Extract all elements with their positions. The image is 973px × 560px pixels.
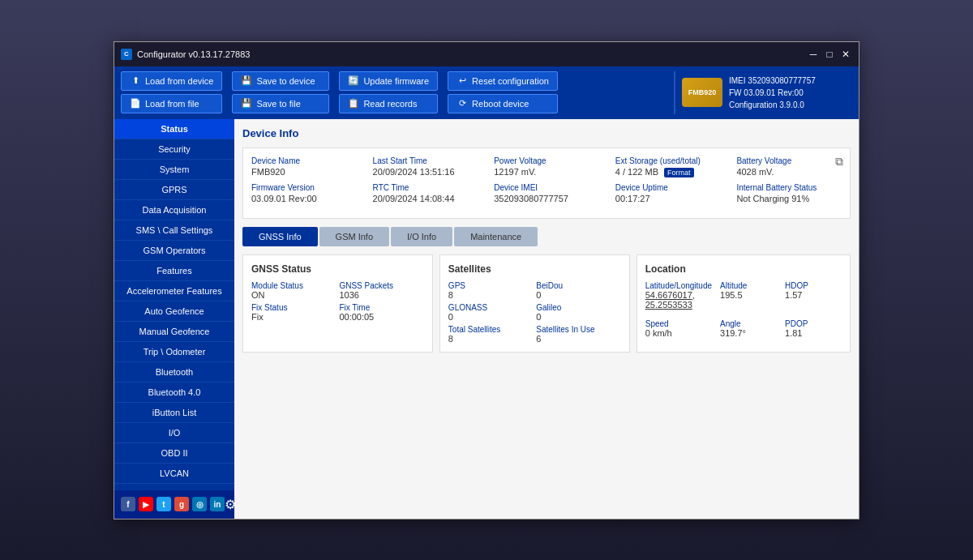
- sidebar-item-status[interactable]: Status: [114, 119, 234, 139]
- sat-in-use: Satellites In Use 6: [536, 325, 620, 344]
- sidebar-item-obd[interactable]: OBD II: [114, 443, 234, 464]
- googleplus-icon[interactable]: g: [174, 497, 189, 511]
- reboot-icon: ⟳: [456, 98, 468, 109]
- title-bar: C Configurator v0.13.17.27883 ─ □ ✕: [114, 42, 859, 66]
- section-title: Device Info: [242, 127, 851, 139]
- gnss-fix-status: Fix Status Fix: [251, 303, 336, 322]
- sidebar-item-auto-geofence[interactable]: Auto Geofence: [114, 301, 234, 322]
- sidebar-item-bluetooth[interactable]: Bluetooth: [114, 362, 234, 383]
- reset-icon: ↩: [456, 75, 468, 87]
- sidebar-item-io[interactable]: I/O: [114, 423, 234, 443]
- sat-galileo: Galileo 0: [536, 303, 620, 322]
- battery-voltage-label: Battery Voltage: [736, 156, 842, 165]
- tab-maintenance[interactable]: Maintenance: [454, 227, 538, 246]
- sidebar-item-bluetooth-4[interactable]: Bluetooth 4.0: [114, 383, 234, 403]
- save-to-file-button[interactable]: 💾 Save to file: [232, 94, 329, 113]
- sidebar-item-gprs[interactable]: GPRS: [114, 180, 234, 200]
- toolbar-group-load: ⬆ Load from device 📄 Load from file: [121, 71, 222, 114]
- loc-angle: Angle 319.7°: [720, 319, 777, 338]
- tab-gnss-info[interactable]: GNSS Info: [242, 227, 318, 246]
- info-col-1: Device Name FMB920 Firmware Version 03.0…: [251, 156, 357, 210]
- ext-storage-value: 4 / 122 MB Format: [615, 167, 721, 177]
- tab-gsm-info[interactable]: GSM Info: [319, 227, 389, 246]
- youtube-icon[interactable]: ▶: [139, 497, 153, 511]
- save-file-icon: 💾: [241, 98, 252, 109]
- device-info-rows: Device Name FMB920 Firmware Version 03.0…: [251, 156, 842, 210]
- save-to-device-button[interactable]: 💾 Save to device: [232, 71, 329, 91]
- rtc-time-value: 20/09/2024 14:08:44: [373, 194, 478, 203]
- records-icon: 📋: [348, 98, 359, 109]
- battery-voltage-value: 4028 mV.: [736, 167, 842, 177]
- ext-storage-label: Ext Storage (used/total): [615, 156, 721, 165]
- tab-io-info[interactable]: I/O Info: [391, 227, 452, 246]
- device-name-value: FMB920: [251, 167, 357, 177]
- read-records-button[interactable]: 📋 Read records: [339, 94, 438, 113]
- info-panels: GNSS Status Module Status ON GNSS Packet…: [242, 254, 851, 353]
- loc-latlon: Latitude/Longitude 54.6676017, 25.255353…: [645, 281, 712, 310]
- rtc-time-label: RTC Time: [373, 183, 478, 192]
- desktop: C Configurator v0.13.17.27883 ─ □ ✕ ⬆ Lo…: [0, 0, 973, 560]
- satellites-grid: GPS 8 BeiDou 0 GLONASS 0: [448, 281, 621, 344]
- title-bar-controls: ─ □ ✕: [807, 48, 852, 61]
- sidebar-item-accelerometer[interactable]: Accelerometer Features: [114, 281, 234, 301]
- loc-altitude: Altitude 195.5: [720, 281, 777, 300]
- sat-glonass: GLONASS 0: [448, 303, 533, 322]
- sidebar-item-lvcan[interactable]: LVCAN: [114, 464, 234, 484]
- device-imei-label: Device IMEI: [494, 183, 599, 192]
- firmware-version-value: 03.09.01 Rev:00: [251, 194, 357, 203]
- sidebar-item-security[interactable]: Security: [114, 139, 234, 160]
- update-firmware-button[interactable]: 🔄 Update firmware: [339, 71, 438, 91]
- upload-icon: ⬆: [130, 75, 141, 87]
- close-button[interactable]: ✕: [839, 48, 852, 61]
- loc-hdop: HDOP 1.57: [785, 281, 842, 300]
- reboot-device-button[interactable]: ⟳ Reboot device: [448, 94, 558, 113]
- linkedin-icon[interactable]: in: [210, 497, 225, 511]
- sidebar-item-data-acquisition[interactable]: Data Acquisition: [114, 200, 234, 220]
- twitter-icon[interactable]: t: [156, 497, 171, 511]
- sidebar-item-gsm-operators[interactable]: GSM Operators: [114, 241, 234, 261]
- copy-icon[interactable]: ⧉: [835, 155, 843, 169]
- sidebar-item-manual-geofence[interactable]: Manual Geofence: [114, 322, 234, 342]
- sidebar-item-features[interactable]: Features: [114, 261, 234, 281]
- device-imei-value: 352093080777757: [494, 194, 599, 203]
- loc-header-row: Latitude/Longitude 54.6676017, 25.255353…: [645, 281, 842, 310]
- gnss-panel-title: GNSS Status: [251, 263, 424, 275]
- power-voltage-value: 12197 mV.: [494, 167, 599, 177]
- power-voltage-label: Power Voltage: [494, 156, 599, 165]
- instagram-icon[interactable]: ◎: [192, 497, 207, 511]
- gnss-packets-label: GNSS Packets 1036: [339, 281, 423, 300]
- sidebar-item-trip-odometer[interactable]: Trip \ Odometer: [114, 342, 234, 362]
- minimize-button[interactable]: ─: [807, 48, 820, 61]
- load-from-device-button[interactable]: ⬆ Load from device: [121, 71, 222, 91]
- social-icons: f ▶ t g ◎ in: [121, 497, 225, 511]
- sidebar-footer: f ▶ t g ◎ in ⚙: [114, 490, 234, 519]
- sat-total: Total Satellites 8: [448, 325, 533, 344]
- tab-bar: GNSS Info GSM Info I/O Info Maintenance: [242, 227, 851, 246]
- location-panel: Location Latitude/Longitude 54.6676017, …: [637, 254, 851, 353]
- sidebar-item-sms-call[interactable]: SMS \ Call Settings: [114, 220, 234, 241]
- location-panel-title: Location: [645, 263, 842, 275]
- loc-latlon-row: Latitude/Longitude 54.6676017, 25.255353…: [645, 281, 842, 310]
- device-image: FMB920: [682, 78, 722, 107]
- facebook-icon[interactable]: f: [121, 497, 135, 511]
- device-header-panel: FMB920 IMEI 352093080777757 FW 03.09.01 …: [674, 71, 852, 114]
- loc-speed: Speed 0 km/h: [645, 319, 712, 338]
- device-uptime-value: 00:17:27: [615, 194, 721, 203]
- location-grid: Latitude/Longitude 54.6676017, 25.255353…: [645, 281, 842, 338]
- maximize-button[interactable]: □: [823, 48, 836, 61]
- update-icon: 🔄: [348, 75, 359, 87]
- sidebar-item-system[interactable]: System: [114, 160, 234, 180]
- sidebar: Status Security System GPRS Data Acquisi…: [114, 119, 234, 519]
- load-from-file-button[interactable]: 📄 Load from file: [121, 94, 222, 113]
- lat-lon-link[interactable]: 54.6676017, 25.2553533: [645, 290, 712, 310]
- satellites-panel-title: Satellites: [448, 263, 621, 275]
- save-device-icon: 💾: [241, 75, 252, 87]
- gnss-grid: Module Status ON GNSS Packets 1036 Fix S…: [251, 281, 424, 322]
- info-col-4: Ext Storage (used/total) 4 / 122 MB Form…: [615, 156, 721, 210]
- format-badge[interactable]: Format: [664, 168, 694, 177]
- device-uptime-label: Device Uptime: [615, 183, 721, 192]
- reset-configuration-button[interactable]: ↩ Reset configuration: [448, 71, 558, 91]
- sat-gps: GPS 8: [448, 281, 533, 300]
- gnss-status-panel: GNSS Status Module Status ON GNSS Packet…: [242, 254, 433, 353]
- sidebar-item-ibutton[interactable]: iButton List: [114, 403, 234, 423]
